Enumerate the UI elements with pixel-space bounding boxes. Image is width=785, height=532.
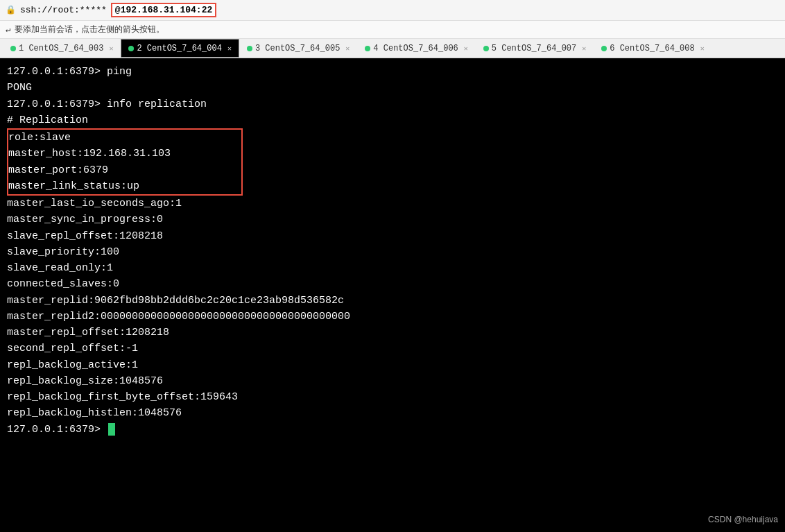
terminal-line: second_repl_offset:-1: [7, 341, 778, 357]
add-session-icon: ↵: [6, 24, 10, 35]
watermark: CSDN @hehuijava: [708, 513, 778, 526]
terminal-line: PONG: [7, 80, 778, 96]
terminal-line: slave_repl_offset:1208218: [7, 228, 778, 244]
terminal-line: master_repl_offset:1208218: [7, 325, 778, 341]
terminal-line: master_port:6379: [8, 162, 241, 178]
tab-label: 6 CentOS_7_64_008: [610, 44, 694, 53]
tab-close-button[interactable]: ✕: [582, 44, 586, 53]
tab-status-dot: [247, 46, 252, 51]
terminal-line: repl_backlog_histlen:1048576: [7, 405, 778, 421]
terminal-line: master_last_io_seconds_ago:1: [7, 196, 778, 212]
tabs-bar: 1 CentOS_7_64_003✕2 CentOS_7_64_004✕3 Ce…: [0, 39, 785, 58]
terminal-line: repl_backlog_first_byte_offset:159643: [7, 389, 778, 405]
tab-label: 2 CentOS_7_64_004: [137, 44, 221, 53]
red-box-container: role:slavemaster_host:192.168.31.103mast…: [7, 128, 243, 196]
tab-status-dot: [601, 46, 607, 51]
tab-close-button[interactable]: ✕: [700, 44, 705, 53]
terminal-line: repl_backlog_active:1: [7, 357, 778, 373]
tab-2-centos_7_64_004[interactable]: 2 CentOS_7_64_004✕: [121, 39, 239, 58]
top-bar: 🔒 ssh://root:***** @192.168.31.104:22: [0, 0, 785, 21]
terminal-line: connected_slaves:0: [7, 276, 778, 292]
tab-label: 5 CentOS_7_64_007: [492, 44, 576, 53]
tab-status-dot: [10, 46, 16, 51]
tab-status-dot: [128, 46, 134, 51]
tab-status-dot: [365, 46, 370, 51]
lock-icon: 🔒: [6, 5, 16, 15]
tab-1-centos_7_64_003[interactable]: 1 CentOS_7_64_003✕: [3, 39, 121, 58]
terminal-line: master_replid:9062fbd98bb2ddd6bc2c20c1ce…: [7, 293, 778, 309]
tab-label: 1 CentOS_7_64_003: [19, 44, 103, 53]
ssh-prefix: ssh://root:*****: [20, 5, 107, 15]
terminal-line: 127.0.0.1:6379> ping: [7, 64, 778, 80]
add-session-bar: ↵ 要添加当前会话，点击左侧的箭头按钮。: [0, 21, 785, 39]
tab-status-dot: [483, 46, 489, 51]
terminal-prompt-line: 127.0.0.1:6379>: [7, 422, 778, 438]
terminal-line: slave_read_only:1: [7, 260, 778, 276]
terminal-line: 127.0.0.1:6379> info replication: [7, 96, 778, 112]
tab-4-centos_7_64_006[interactable]: 4 CentOS_7_64_006✕: [357, 39, 475, 58]
tab-close-button[interactable]: ✕: [345, 44, 350, 53]
terminal-line: master_host:192.168.31.103: [8, 146, 241, 162]
tab-label: 4 CentOS_7_64_006: [373, 44, 458, 53]
tab-close-button[interactable]: ✕: [464, 44, 468, 53]
tab-3-centos_7_64_005[interactable]: 3 CentOS_7_64_005✕: [239, 39, 357, 58]
tab-6-centos_7_64_008[interactable]: 6 CentOS_7_64_008✕: [594, 39, 711, 58]
tab-close-button[interactable]: ✕: [227, 44, 232, 53]
terminal-line: master_link_status:up: [8, 178, 241, 194]
terminal[interactable]: 127.0.0.1:6379> pingPONG127.0.0.1:6379> …: [0, 58, 785, 532]
terminal-cursor: [108, 423, 115, 436]
terminal-line: slave_priority:100: [7, 244, 778, 260]
tab-close-button[interactable]: ✕: [109, 44, 113, 53]
terminal-line: role:slave: [8, 130, 241, 146]
tab-label: 3 CentOS_7_64_005: [255, 44, 340, 53]
terminal-line: # Replication: [7, 112, 778, 128]
terminal-line: master_sync_in_progress:0: [7, 212, 778, 228]
terminal-line: repl_backlog_size:1048576: [7, 373, 778, 389]
terminal-line: master_replid2:0000000000000000000000000…: [7, 309, 778, 325]
tab-5-centos_7_64_007[interactable]: 5 CentOS_7_64_007✕: [476, 39, 594, 58]
add-session-text: 要添加当前会话，点击左侧的箭头按钮。: [15, 24, 164, 35]
connection-address: @192.168.31.104:22: [111, 3, 216, 17]
